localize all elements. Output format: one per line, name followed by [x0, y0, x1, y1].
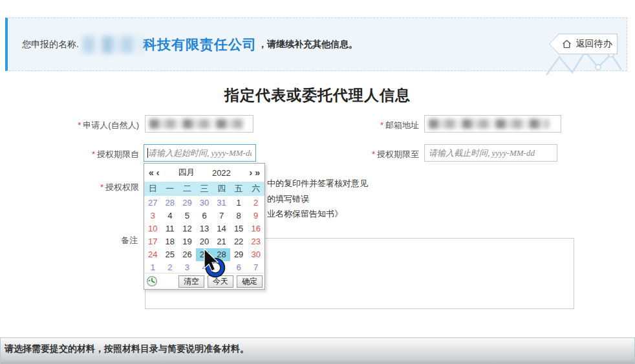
calendar-day-cell[interactable]: 17: [144, 235, 162, 248]
calendar-day-cell[interactable]: 16: [247, 222, 264, 235]
calendar-day-cell[interactable]: 6: [230, 261, 248, 274]
calendar-dow-header: 一: [162, 183, 179, 195]
calendar-day-cell[interactable]: 7: [213, 209, 230, 222]
calendar-dow-header: 三: [196, 183, 213, 195]
calendar-day-cell[interactable]: 10: [144, 222, 162, 235]
calendar-day-cell[interactable]: 19: [178, 235, 196, 248]
required-mark: *: [100, 182, 103, 192]
prev-month-icon[interactable]: ‹: [155, 167, 161, 178]
calendar-day-grid: 2728293031123456789101112131415161718192…: [144, 196, 264, 274]
calendar-day-cell[interactable]: 28: [162, 197, 179, 209]
materials-notice-bar: 请选择需要提交的材料，按照材料目录与简要说明准备材料。: [0, 337, 635, 364]
calendar-dow-header: 四: [213, 183, 230, 195]
calendar-day-cell[interactable]: 26: [178, 248, 196, 261]
calendar-day-cell[interactable]: 11: [162, 222, 179, 235]
auth-period-from-input[interactable]: [144, 144, 256, 162]
calendar-day-cell[interactable]: 4: [162, 209, 179, 222]
calendar-footer: 清空 今天 确定: [144, 273, 264, 289]
calendar-day-headers: 日一二三四五六: [144, 182, 264, 196]
text-caret: [147, 148, 148, 158]
calendar-day-cell[interactable]: 15: [230, 222, 248, 235]
calendar-day-cell[interactable]: 9: [247, 209, 264, 222]
redacted-applicant-value: [149, 119, 244, 129]
calendar-day-cell[interactable]: 2: [247, 197, 264, 209]
materials-notice-text: 请选择需要提交的材料，按照材料目录与简要说明准备材料。: [1, 338, 634, 355]
calendar-day-cell[interactable]: 18: [162, 235, 179, 248]
banner-prefix-text: 您申报的名称.: [22, 39, 79, 50]
calendar-day-cell[interactable]: 29: [230, 248, 248, 261]
clock-icon[interactable]: [146, 275, 158, 287]
calendar-nav: « ‹ 四月 2022 › »: [144, 164, 264, 182]
calendar-year-select[interactable]: 2022: [212, 168, 231, 178]
auth-scope-item-fragment: 中的复印件并签署核对意见: [267, 178, 368, 189]
calendar-dow-header: 二: [178, 183, 196, 195]
auth-period-to-label: *授权期限至: [294, 149, 419, 160]
calendar-day-cell[interactable]: 2: [162, 261, 179, 274]
date-picker-popup: « ‹ 四月 2022 › » 日一二三四五六 2728293031123456…: [144, 163, 265, 290]
auth-scope-label: *授权权限: [13, 182, 139, 193]
calendar-day-cell[interactable]: 23: [247, 235, 264, 248]
calendar-day-cell[interactable]: 20: [196, 235, 213, 248]
back-button-label: 返回待办: [576, 38, 612, 50]
calendar-day-cell[interactable]: 27: [196, 248, 213, 261]
calendar-day-cell[interactable]: 1: [230, 197, 248, 209]
auth-period-to-input[interactable]: [424, 144, 557, 162]
calendar-day-cell[interactable]: 25: [162, 248, 179, 261]
calendar-day-cell[interactable]: 13: [196, 222, 213, 235]
banner-message: 您申报的名称. 科技有限责任公司 ，请继续补充其他信息。: [22, 36, 358, 54]
auth-period-from-label: *授权期限自: [13, 149, 139, 160]
calendar-day-cell[interactable]: 29: [178, 197, 196, 209]
auth-scope-item-fragment: 的填写错误: [267, 193, 309, 205]
calendar-day-cell[interactable]: 3: [178, 261, 196, 274]
email-input[interactable]: [424, 115, 561, 133]
notice-banner: 您申报的名称. 科技有限责任公司 ，请继续补充其他信息。 返回待办: [5, 17, 627, 71]
applicant-input[interactable]: [145, 115, 253, 133]
calendar-day-cell[interactable]: 6: [196, 209, 213, 222]
calendar-day-cell[interactable]: 28: [213, 248, 230, 261]
calendar-dow-header: 五: [230, 183, 248, 195]
email-label: *邮箱地址: [294, 120, 419, 131]
calendar-clear-button[interactable]: 清空: [178, 275, 204, 288]
calendar-day-cell[interactable]: 12: [178, 222, 196, 235]
home-icon: [561, 39, 572, 50]
remark-label: 备注: [13, 235, 138, 246]
calendar-day-cell[interactable]: 3: [144, 209, 162, 222]
calendar-day-cell[interactable]: 14: [213, 222, 230, 235]
prev-year-icon[interactable]: «: [147, 167, 155, 178]
required-mark: *: [92, 149, 95, 159]
required-mark: *: [380, 120, 383, 130]
calendar-day-cell[interactable]: 8: [230, 209, 248, 222]
calendar-day-cell[interactable]: 31: [213, 197, 230, 209]
calendar-month-select[interactable]: 四月: [178, 167, 195, 178]
next-year-icon[interactable]: »: [253, 167, 261, 178]
redacted-email-value: [429, 119, 549, 129]
calendar-day-cell[interactable]: 21: [213, 235, 230, 248]
calendar-day-cell[interactable]: 30: [247, 248, 264, 261]
redacted-company-prefix: [83, 36, 142, 53]
calendar-dow-header: 日: [144, 183, 162, 195]
page-title: 指定代表或委托代理人信息: [0, 85, 635, 105]
calendar-day-cell[interactable]: 5: [178, 209, 196, 222]
calendar-ok-button[interactable]: 确定: [237, 275, 263, 288]
calendar-day-cell[interactable]: 7: [247, 261, 264, 274]
calendar-today-button[interactable]: 今天: [208, 275, 233, 288]
back-to-todo-button[interactable]: 返回待办: [549, 34, 618, 54]
next-month-icon[interactable]: ›: [248, 167, 254, 178]
calendar-day-cell[interactable]: 5: [213, 261, 230, 274]
calendar-day-cell[interactable]: 24: [144, 248, 162, 261]
required-mark: *: [372, 149, 375, 159]
calendar-day-cell[interactable]: 22: [230, 235, 248, 248]
required-mark: *: [78, 120, 81, 130]
banner-suffix-text: ，请继续补充其他信息。: [258, 39, 358, 50]
auth-scope-item-fragment: 业名称保留告知书》: [267, 208, 343, 220]
calendar-day-cell[interactable]: 27: [144, 197, 162, 209]
calendar-day-cell[interactable]: 1: [144, 261, 162, 274]
company-name-text: 科技有限责任公司: [143, 36, 257, 54]
applicant-label: *申请人(自然人): [13, 120, 139, 131]
calendar-day-cell[interactable]: 30: [196, 197, 213, 209]
calendar-day-cell[interactable]: 4: [196, 261, 213, 274]
calendar-dow-header: 六: [247, 183, 264, 195]
